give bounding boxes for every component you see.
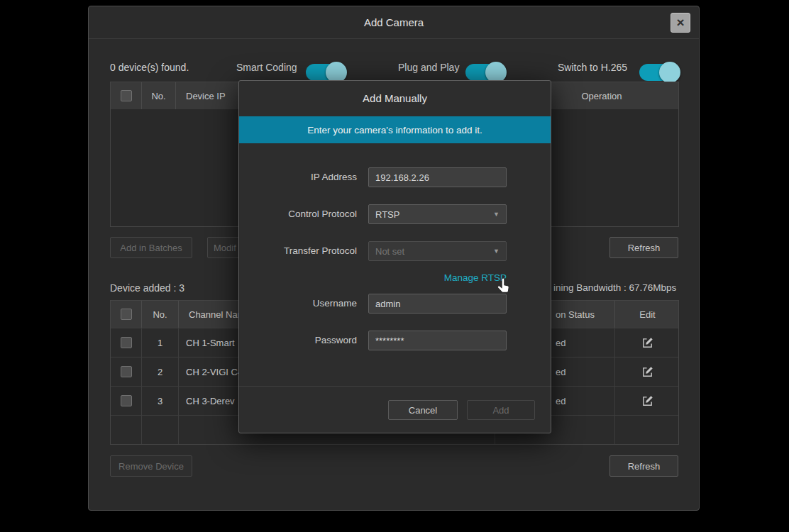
- cancel-button[interactable]: Cancel: [388, 400, 458, 420]
- device-added-count: Device added : 3: [110, 282, 184, 294]
- row-checkbox[interactable]: [121, 395, 132, 406]
- transfer-protocol-value: Not set: [375, 246, 404, 257]
- row-no: 3: [142, 387, 179, 415]
- modal-banner: Enter your camera's information to add i…: [239, 116, 551, 143]
- add-in-batches-button[interactable]: Add in Batches: [110, 237, 192, 258]
- toggle-knob: [659, 62, 680, 83]
- control-protocol-value: RTSP: [375, 209, 399, 220]
- dialog-title: Add Camera: [89, 6, 699, 39]
- plug-and-play-toggle[interactable]: [465, 64, 505, 81]
- plug-and-play-label: Plug and Play: [398, 62, 459, 73]
- remaining-bandwidth-text: ining Bandwidth : 67.76Mbps: [553, 282, 676, 293]
- add-manually-modal: Add Manually Enter your camera's informa…: [238, 80, 551, 433]
- chevron-down-icon: ▼: [493, 248, 500, 255]
- control-protocol-select[interactable]: RTSP ▼: [368, 204, 507, 224]
- modal-divider: [239, 386, 551, 387]
- mouse-cursor-icon: [496, 278, 510, 294]
- smart-coding-label: Smart Coding: [236, 62, 297, 73]
- edit-button[interactable]: [641, 395, 653, 407]
- transfer-protocol-label: Transfer Protocol: [239, 241, 357, 261]
- smart-coding-toggle[interactable]: [306, 64, 346, 81]
- switch-h265-label: Switch to H.265: [558, 62, 627, 73]
- close-icon: ×: [676, 15, 684, 30]
- switch-h265-toggle[interactable]: [639, 64, 679, 81]
- row-no: 1: [142, 328, 179, 357]
- edit-button[interactable]: [641, 337, 653, 349]
- edit-pencil-icon: [641, 366, 653, 378]
- add-button[interactable]: Add: [467, 400, 535, 420]
- ip-address-label: IP Address: [239, 167, 357, 187]
- row-checkbox[interactable]: [121, 337, 132, 348]
- header-edit: Edit: [615, 301, 680, 328]
- username-input[interactable]: [368, 294, 507, 314]
- chevron-down-icon: ▼: [493, 211, 500, 218]
- row-checkbox[interactable]: [121, 366, 132, 377]
- modal-title: Add Manually: [239, 81, 551, 116]
- ip-address-input[interactable]: [368, 167, 507, 187]
- dialog-titlebar: Add Camera ×: [89, 6, 699, 39]
- edit-pencil-icon: [641, 395, 653, 407]
- header-no: No.: [142, 82, 176, 109]
- refresh-discovered-button[interactable]: Refresh: [609, 237, 678, 258]
- transfer-protocol-select[interactable]: Not set ▼: [368, 241, 507, 261]
- row-no: 2: [142, 358, 179, 386]
- remove-device-button[interactable]: Remove Device: [110, 455, 192, 477]
- password-label: Password: [239, 331, 357, 350]
- devices-found-text: 0 device(s) found.: [110, 62, 189, 73]
- header-checkbox-cell: [111, 301, 142, 328]
- select-all-added-checkbox[interactable]: [121, 309, 132, 320]
- close-button[interactable]: ×: [671, 13, 690, 33]
- username-label: Username: [239, 294, 357, 314]
- edit-button[interactable]: [641, 366, 653, 378]
- screen: Add Camera × 0 device(s) found. Smart Co…: [0, 0, 789, 532]
- header-checkbox-cell: [111, 82, 142, 109]
- password-input[interactable]: [368, 331, 507, 350]
- select-all-checkbox[interactable]: [121, 90, 132, 101]
- refresh-added-button[interactable]: Refresh: [609, 455, 678, 477]
- edit-pencil-icon: [641, 337, 653, 349]
- manage-rtsp-link[interactable]: Manage RTSP: [368, 272, 507, 283]
- header-no: No.: [142, 301, 179, 328]
- control-protocol-label: Control Protocol: [239, 204, 357, 224]
